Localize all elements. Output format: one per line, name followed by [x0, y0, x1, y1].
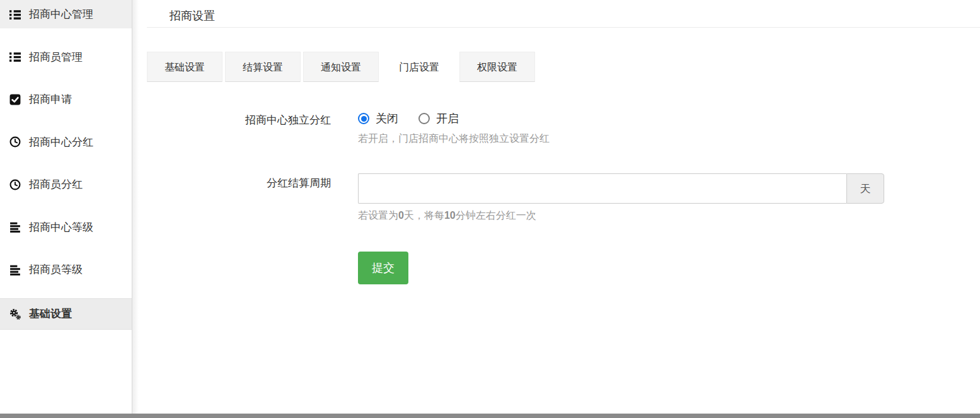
cogs-icon [9, 308, 21, 320]
submit-spacer [147, 252, 331, 284]
radio-on-unselected[interactable] [418, 113, 430, 124]
sidebar-item-merchant-application[interactable]: 招商申请 [0, 85, 132, 113]
independent-dividend-control: 关闭 开启 若开启，门店招商中心将按照独立设置分红 [358, 110, 550, 146]
page-title: 招商设置 [170, 9, 215, 22]
list-icon [9, 51, 21, 62]
page-header: 招商设置 [147, 0, 980, 28]
independent-dividend-help: 若开启，门店招商中心将按照独立设置分红 [358, 132, 550, 146]
radio-option-on[interactable]: 开启 [418, 111, 459, 126]
main-content: 招商设置 基础设置 结算设置 通知设置 门店设置 权限设置 招商中心独立分红 关… [132, 0, 980, 414]
radio-on-label[interactable]: 开启 [436, 111, 459, 126]
form-row-submit: 提交 [147, 252, 980, 284]
sidebar-item-label: 招商员管理 [29, 50, 83, 64]
levels-icon [9, 264, 21, 276]
settlement-cycle-input-group: 天 [358, 173, 884, 204]
independent-dividend-radio-group: 关闭 开启 [358, 110, 550, 127]
sidebar-item-merchant-staff-level[interactable]: 招商员等级 [0, 255, 132, 284]
list-icon [9, 9, 21, 20]
settings-tabs: 基础设置 结算设置 通知设置 门店设置 权限设置 [147, 52, 980, 82]
sidebar-item-merchant-staff-management[interactable]: 招商员管理 [0, 43, 132, 71]
tab-notification-settings[interactable]: 通知设置 [303, 52, 379, 82]
independent-dividend-label: 招商中心独立分红 [147, 110, 331, 146]
clock-icon [9, 136, 21, 148]
sidebar-item-label: 基础设置 [29, 306, 72, 321]
sidebar-item-merchant-center-management[interactable]: 招商中心管理 [0, 0, 132, 28]
sidebar-item-label: 招商中心管理 [29, 7, 93, 21]
tab-store-settings[interactable]: 门店设置 [381, 52, 457, 82]
app-window: 招商中心管理 招商员管理 招商申请 招商中心分红 招商员分红 [0, 0, 980, 414]
sidebar-item-label: 招商中心分红 [29, 135, 93, 149]
store-settings-form: 招商中心独立分红 关闭 开启 若开启，门店招商中心将按照独立设置分红 [147, 110, 980, 284]
tab-basic-settings[interactable]: 基础设置 [147, 52, 222, 82]
settlement-cycle-unit-addon: 天 [846, 173, 884, 204]
sidebar-item-merchant-staff-dividend[interactable]: 招商员分红 [0, 170, 132, 199]
levels-icon [9, 221, 21, 233]
submit-button[interactable]: 提交 [358, 252, 408, 284]
radio-off-label[interactable]: 关闭 [376, 111, 398, 126]
settlement-cycle-control: 天 若设置为0天，将每10分钟左右分红一次 [358, 173, 884, 223]
horizontal-scrollbar[interactable] [0, 414, 980, 418]
sidebar: 招商中心管理 招商员管理 招商申请 招商中心分红 招商员分红 [0, 0, 132, 414]
settlement-cycle-help: 若设置为0天，将每10分钟左右分红一次 [358, 209, 884, 223]
sidebar-item-label: 招商申请 [29, 92, 72, 107]
check-square-icon [9, 94, 21, 105]
form-row-independent-dividend: 招商中心独立分红 关闭 开启 若开启，门店招商中心将按照独立设置分红 [147, 110, 980, 146]
tab-settlement-settings[interactable]: 结算设置 [225, 52, 301, 82]
clock-icon [9, 179, 21, 190]
sidebar-item-label: 招商员等级 [29, 262, 83, 277]
radio-option-off[interactable]: 关闭 [358, 111, 398, 126]
form-row-settlement-cycle: 分红结算周期 天 若设置为0天，将每10分钟左右分红一次 [147, 173, 980, 223]
sidebar-item-label: 招商员分红 [29, 177, 83, 192]
sidebar-item-merchant-center-dividend[interactable]: 招商中心分红 [0, 128, 132, 156]
sidebar-item-basic-settings[interactable]: 基础设置 [0, 298, 132, 330]
sidebar-item-label: 招商中心等级 [29, 220, 93, 235]
settlement-cycle-input[interactable] [358, 173, 846, 204]
radio-off-selected[interactable] [358, 113, 369, 124]
settlement-cycle-label: 分红结算周期 [147, 173, 331, 223]
sidebar-item-merchant-center-level[interactable]: 招商中心等级 [0, 213, 132, 241]
tab-permission-settings[interactable]: 权限设置 [459, 52, 535, 82]
